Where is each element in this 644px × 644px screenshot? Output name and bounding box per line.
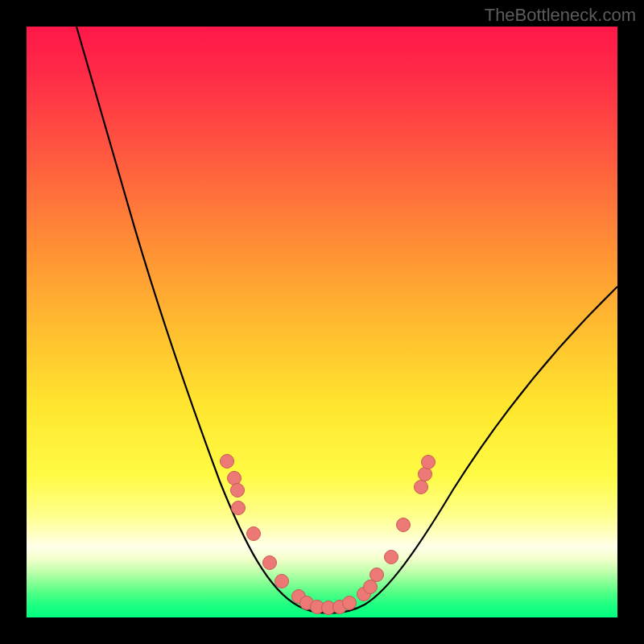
- curve-marker: [396, 518, 411, 532]
- curve-marker: [384, 550, 398, 564]
- curve-marker: [342, 596, 357, 610]
- curve-marker: [369, 568, 384, 582]
- curve-marker: [230, 483, 245, 497]
- curve-marker: [414, 480, 428, 494]
- curve-marker: [421, 455, 436, 469]
- plot-area: [27, 27, 617, 617]
- curve-svg: [27, 27, 617, 617]
- curve-marker: [220, 454, 234, 469]
- watermark-label: TheBottleneck.com: [485, 5, 636, 26]
- curve-marker: [275, 574, 289, 588]
- curve-marker: [231, 501, 246, 515]
- curve-marker: [262, 555, 277, 570]
- chart-frame: TheBottleneck.com: [0, 0, 644, 644]
- bottleneck-curve: [76, 27, 617, 613]
- curve-marker: [246, 526, 261, 541]
